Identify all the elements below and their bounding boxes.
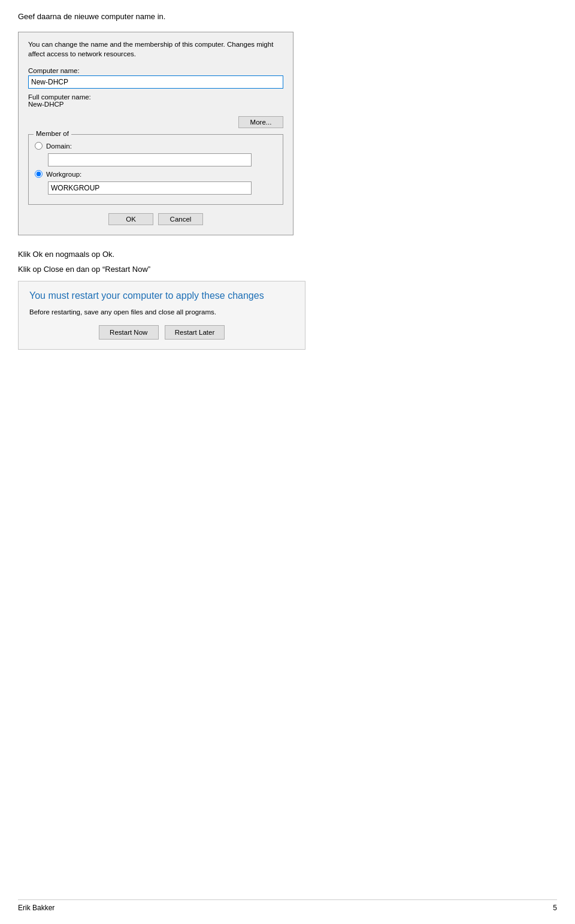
member-of-group: Member of Domain: Workgroup: <box>28 134 283 205</box>
full-computer-name-label: Full computer name: <box>28 93 283 101</box>
computer-name-row: Computer name: <box>28 67 283 89</box>
more-btn-row: More... <box>28 116 283 128</box>
instruction-2: Klik op Close en dan op “Restart Now” <box>18 265 557 274</box>
domain-label: Domain: <box>46 143 72 150</box>
page-footer: Erik Bakker 5 <box>18 899 557 912</box>
restart-subtitle: Before restarting, save any open files a… <box>29 308 294 316</box>
workgroup-input-row <box>48 181 277 195</box>
restart-buttons: Restart Now Restart Later <box>29 325 294 340</box>
restart-title: You must restart your computer to apply … <box>29 290 294 302</box>
domain-radio-row: Domain: <box>35 142 277 150</box>
domain-radio[interactable] <box>35 142 43 150</box>
domain-input[interactable] <box>48 153 252 166</box>
workgroup-radio-row: Workgroup: <box>35 170 277 178</box>
computer-name-input[interactable] <box>28 75 283 89</box>
workgroup-radio[interactable] <box>35 170 43 178</box>
more-button[interactable]: More... <box>238 116 283 128</box>
author-name: Erik Bakker <box>18 904 55 912</box>
restart-later-button[interactable]: Restart Later <box>165 325 225 340</box>
domain-input-row <box>48 153 277 166</box>
ok-button[interactable]: OK <box>108 213 153 225</box>
dialog-footer-buttons: OK Cancel <box>28 213 283 225</box>
workgroup-input[interactable] <box>48 181 252 195</box>
full-computer-name-section: Full computer name: New-DHCP <box>28 93 283 108</box>
cancel-button[interactable]: Cancel <box>158 213 203 225</box>
instruction-1: Klik Ok en nogmaals op Ok. <box>18 250 557 259</box>
full-computer-name-value: New-DHCP <box>28 101 283 108</box>
restart-dialog: You must restart your computer to apply … <box>18 281 305 350</box>
restart-now-button[interactable]: Restart Now <box>99 325 159 340</box>
page-number: 5 <box>553 904 557 912</box>
computer-name-label: Computer name: <box>28 67 283 74</box>
system-properties-dialog: You can change the name and the membersh… <box>18 32 293 235</box>
workgroup-label: Workgroup: <box>46 171 81 178</box>
intro-text: Geef daarna de nieuwe computer name in. <box>18 12 557 21</box>
dialog-info-text: You can change the name and the membersh… <box>28 40 283 59</box>
member-of-legend: Member of <box>34 130 71 137</box>
